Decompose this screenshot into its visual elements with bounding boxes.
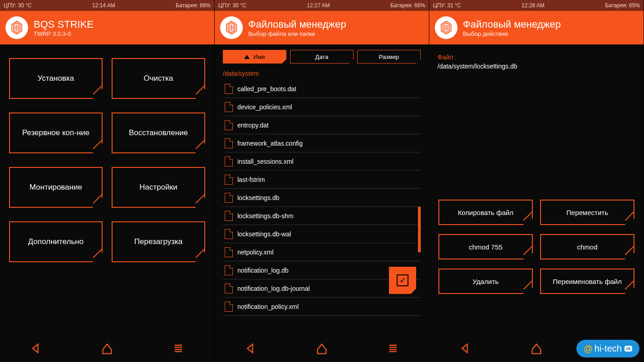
scrollbar[interactable] xyxy=(418,207,421,252)
file-item[interactable]: notification_policy.xml xyxy=(223,298,421,316)
file-icon xyxy=(225,175,233,185)
copy-file-button[interactable]: Копировать файл xyxy=(438,200,533,225)
install-button[interactable]: Установка xyxy=(9,58,103,99)
home-icon[interactable] xyxy=(101,342,113,355)
chmod755-button[interactable]: chmod 755 xyxy=(438,234,533,259)
reboot-button[interactable]: Перезагрузка xyxy=(112,221,205,262)
page-title: Файловый менеджер xyxy=(248,19,346,30)
nav-bar xyxy=(0,335,214,362)
twrp-logo-icon xyxy=(220,16,243,39)
chmod-button[interactable]: chmod xyxy=(540,234,634,259)
file-icon xyxy=(225,157,233,166)
file-item[interactable]: locksettings.db xyxy=(223,189,421,207)
file-icon xyxy=(225,193,233,203)
file-icon xyxy=(225,229,233,239)
file-item[interactable]: netpolicy.xml xyxy=(223,243,421,261)
app-header: BQS STRIKE TWRP 3.0.3-0 xyxy=(0,11,214,44)
page-title: Файловый менеджер xyxy=(463,19,561,30)
file-icon xyxy=(225,120,233,130)
back-icon[interactable] xyxy=(29,342,42,355)
file-item[interactable]: entropy.dat xyxy=(223,116,421,134)
vk-badge: vk xyxy=(624,346,632,352)
twrp-logo-icon xyxy=(5,16,28,39)
watermark: @ hi-tech vk xyxy=(576,340,639,357)
battery: Батарея: 66% xyxy=(176,2,211,9)
file-icon xyxy=(225,247,233,257)
back-icon[interactable] xyxy=(244,342,257,355)
page-subtitle: Выбор файла или папки xyxy=(248,30,346,37)
twrp-main-screen: ЦПУ: 30 °C 12:14 AM Батарея: 66% BQS STR… xyxy=(0,0,215,362)
status-bar: ЦПУ: 30 °C 12:27 AM Батарея: 66% xyxy=(215,0,429,11)
file-icon xyxy=(225,102,233,112)
file-item[interactable]: framework_atlas.config xyxy=(223,134,421,152)
restore-button[interactable]: Восстановление xyxy=(112,113,205,153)
sort-date-button[interactable]: Дата xyxy=(290,50,354,64)
sort-size-button[interactable]: Размер xyxy=(357,50,421,64)
current-path: /data/system xyxy=(223,67,421,80)
file-label: Файл : xyxy=(438,54,635,61)
twrp-logo-icon xyxy=(435,16,457,39)
selected-file-path: /data/system/locksettings.db xyxy=(438,63,635,70)
cpu-temp: ЦПУ: 30 °C xyxy=(4,2,32,9)
file-item[interactable]: device_policies.xml xyxy=(223,98,421,116)
menu-icon[interactable] xyxy=(387,342,399,355)
at-icon: @ xyxy=(584,343,593,354)
mount-button[interactable]: Монтирование xyxy=(9,167,103,208)
file-item[interactable]: called_pre_boots.dat xyxy=(223,80,421,98)
file-icon xyxy=(225,302,233,312)
home-icon[interactable] xyxy=(315,342,328,355)
advanced-button[interactable]: Дополнительно xyxy=(9,221,103,262)
time: 12:27 AM xyxy=(307,2,330,9)
nav-bar xyxy=(215,335,429,362)
battery: Батарея: 66% xyxy=(390,2,425,9)
file-item[interactable]: last-fstrim xyxy=(223,171,421,189)
file-item[interactable]: install_sessions.xml xyxy=(223,152,421,171)
file-icon xyxy=(225,265,233,275)
backup-button[interactable]: Резервное коп-ние xyxy=(9,113,103,153)
app-header: Файловый менеджер Выбор файла или папки xyxy=(215,11,429,44)
sort-controls: Имя Дата Размер xyxy=(223,50,421,67)
rename-button[interactable]: Переименовать файл xyxy=(540,269,634,294)
file-icon xyxy=(225,138,233,148)
select-fab[interactable]: ✓ xyxy=(389,267,416,294)
delete-button[interactable]: Удалить xyxy=(438,269,533,294)
wipe-button[interactable]: Очистка xyxy=(112,58,205,99)
twrp-version: TWRP 3.0.3-0 xyxy=(34,30,93,37)
time: 12:28 AM xyxy=(521,2,545,9)
watermark-text: hi-tech xyxy=(595,343,622,354)
time: 12:14 AM xyxy=(92,2,115,9)
file-item[interactable]: locksettings.db-shm xyxy=(223,207,421,225)
back-icon[interactable] xyxy=(459,342,472,355)
cpu-temp: ЦПУ: 30 °C xyxy=(218,2,246,9)
file-icon xyxy=(225,211,233,221)
file-icon xyxy=(225,284,233,294)
file-action-screen: ЦПУ: 31 °C 12:28 AM Батарея: 65% Файловы… xyxy=(429,0,644,362)
device-title: BQS STRIKE xyxy=(34,19,93,30)
sort-name-button[interactable]: Имя xyxy=(223,50,286,64)
sort-asc-icon xyxy=(244,55,250,59)
status-bar: ЦПУ: 31 °C 12:28 AM Батарея: 65% xyxy=(429,0,644,11)
file-icon xyxy=(225,84,233,94)
page-subtitle: Выбор действия xyxy=(463,30,561,37)
settings-button[interactable]: Настройки xyxy=(112,167,205,208)
battery: Батарея: 65% xyxy=(605,2,640,9)
cpu-temp: ЦПУ: 31 °C xyxy=(433,2,461,9)
status-bar: ЦПУ: 30 °C 12:14 AM Батарея: 66% xyxy=(0,0,214,11)
check-icon: ✓ xyxy=(397,274,408,286)
home-icon[interactable] xyxy=(530,342,543,355)
move-file-button[interactable]: Переместить xyxy=(540,200,634,225)
file-item[interactable]: locksettings.db-wal xyxy=(223,225,421,243)
app-header: Файловый менеджер Выбор действия xyxy=(429,11,644,44)
file-manager-screen: ЦПУ: 30 °C 12:27 AM Батарея: 66% Файловы… xyxy=(215,0,429,362)
menu-icon[interactable] xyxy=(172,342,185,355)
